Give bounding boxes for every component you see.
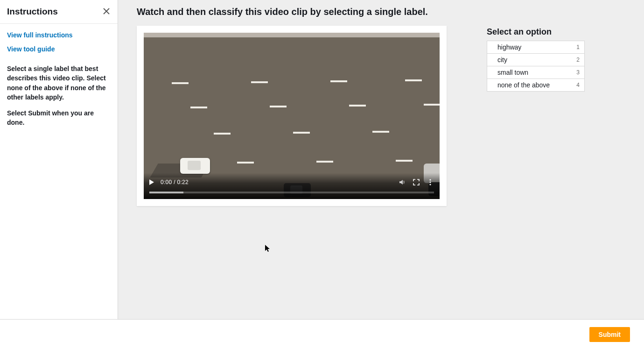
video-time: 0:00 / 0:22 <box>161 179 189 185</box>
volume-icon[interactable] <box>399 178 406 186</box>
option-shortcut: 1 <box>576 44 580 50</box>
option-highway[interactable]: highway 1 <box>487 41 585 54</box>
view-tool-guide-link[interactable]: View tool guide <box>7 45 111 53</box>
video-progress-bar[interactable] <box>149 192 434 193</box>
view-full-instructions-link[interactable]: View full instructions <box>7 31 111 39</box>
option-small-town[interactable]: small town 3 <box>487 66 585 79</box>
play-button[interactable] <box>149 179 154 185</box>
video-progress-fill <box>149 192 183 193</box>
instructions-paragraph-2: Select Submit when you are done. <box>7 108 111 128</box>
sidebar-title: Instructions <box>7 7 58 17</box>
close-icon <box>103 8 110 16</box>
main-content: Watch and then classify this video clip … <box>118 0 644 319</box>
submit-button[interactable]: Submit <box>589 327 630 342</box>
svg-point-4 <box>429 184 431 185</box>
option-label: small town <box>497 69 528 76</box>
video-controls: 0:00 / 0:22 <box>144 173 440 199</box>
option-shortcut: 4 <box>576 82 580 88</box>
options-list: highway 1 city 2 small town 3 none of th… <box>487 41 585 91</box>
option-city[interactable]: city 2 <box>487 53 585 66</box>
fullscreen-icon[interactable] <box>413 178 420 186</box>
svg-point-3 <box>429 181 431 183</box>
instructions-paragraph-1: Select a single label that best describe… <box>7 64 111 102</box>
option-label: highway <box>497 43 521 51</box>
option-shortcut: 2 <box>576 57 580 63</box>
video-player[interactable]: 0:00 / 0:22 <box>144 33 440 199</box>
instructions-sidebar: Instructions View full instructions View… <box>0 0 118 319</box>
option-none-of-the-above[interactable]: none of the above 4 <box>487 78 585 92</box>
task-column: Watch and then classify this video clip … <box>137 7 447 206</box>
svg-point-2 <box>429 179 431 180</box>
video-card: 0:00 / 0:22 <box>137 26 447 206</box>
option-shortcut: 3 <box>576 69 580 76</box>
more-options-icon[interactable] <box>427 178 434 186</box>
option-label: none of the above <box>497 81 550 89</box>
sidebar-header: Instructions <box>0 0 118 24</box>
sidebar-body: View full instructions View tool guide S… <box>0 24 118 135</box>
options-title: Select an option <box>487 27 585 37</box>
close-instructions-button[interactable] <box>102 7 111 17</box>
footer: Submit <box>0 319 644 349</box>
options-column: Select an option highway 1 city 2 small … <box>487 7 585 91</box>
option-label: city <box>497 56 507 64</box>
task-title: Watch and then classify this video clip … <box>137 7 447 17</box>
